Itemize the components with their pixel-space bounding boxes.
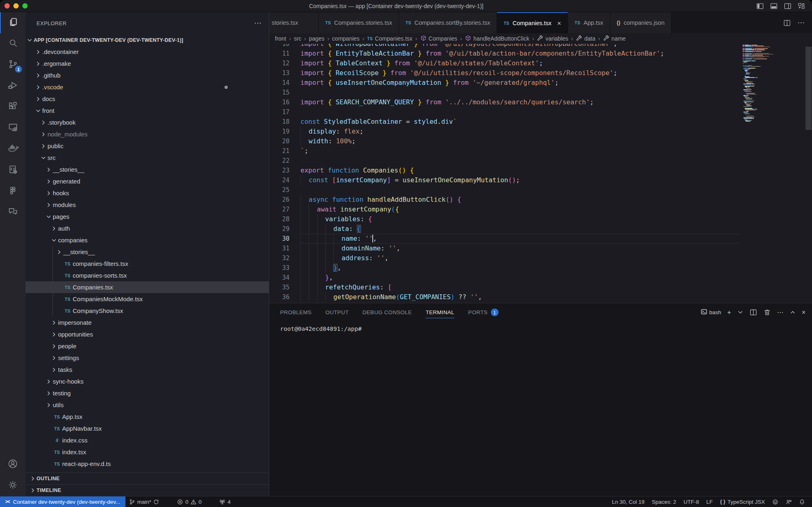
tree-item-opportunities[interactable]: opportunities bbox=[26, 328, 269, 340]
more-actions-icon[interactable]: ⋯ bbox=[254, 19, 261, 27]
tree-item-index-tsx[interactable]: TSindex.tsx bbox=[26, 446, 269, 458]
breadcrumb-item-front[interactable]: front bbox=[275, 35, 286, 42]
activity-item-accounts[interactable] bbox=[0, 454, 26, 475]
tab-app-tsx[interactable]: TSApp.tsx bbox=[568, 12, 610, 33]
tree-item-pages[interactable]: pages bbox=[26, 211, 269, 222]
tree-item-vscode[interactable]: .vscode bbox=[26, 81, 269, 93]
line-number[interactable]: 27 bbox=[269, 205, 300, 214]
tree-item-node-modules[interactable]: node_modules bbox=[26, 128, 269, 140]
tree-item-auth[interactable]: auth bbox=[26, 222, 269, 234]
line-number[interactable]: 32 bbox=[269, 253, 300, 263]
code-line-22[interactable]: 22 bbox=[269, 156, 740, 166]
tree-item-appnavbar-tsx[interactable]: TSAppNavbar.tsx bbox=[26, 423, 269, 434]
tree-item-generated[interactable]: generated bbox=[26, 175, 269, 187]
close-panel-icon[interactable]: × bbox=[802, 309, 806, 316]
tree-item-hooks[interactable]: hooks bbox=[26, 187, 269, 199]
breadcrumb-item-name[interactable]: name bbox=[603, 35, 626, 43]
code-line-23[interactable]: 23export function Companies() { bbox=[269, 166, 740, 175]
tree-item-app-tsx[interactable]: TSApp.tsx bbox=[26, 411, 269, 423]
line-number[interactable]: 23 bbox=[269, 166, 300, 175]
activity-item-docker[interactable] bbox=[0, 139, 26, 160]
breadcrumb-item-companies[interactable]: Companies bbox=[420, 35, 458, 43]
tree-item-tasks[interactable]: tasks bbox=[26, 364, 269, 375]
breadcrumb-item-pages[interactable]: pages bbox=[309, 35, 324, 42]
activity-item-explorer[interactable] bbox=[0, 12, 26, 33]
line-number[interactable]: 34 bbox=[269, 273, 300, 283]
tree-item-companies-sorts-tsx[interactable]: TScompanies-sorts.tsx bbox=[26, 270, 269, 281]
tab-stories-tsx[interactable]: stories.tsx bbox=[269, 12, 319, 33]
line-number[interactable]: 29 bbox=[269, 224, 300, 234]
code-line-36[interactable]: 36 getOperationName(GET_COMPANIES) ?? ''… bbox=[269, 292, 740, 302]
ports-status[interactable]: 4 bbox=[216, 496, 234, 507]
close-icon[interactable]: × bbox=[557, 20, 561, 27]
tree-item-utils[interactable]: utils bbox=[26, 399, 269, 411]
tree-item-ergomake[interactable]: .ergomake bbox=[26, 58, 269, 69]
line-number[interactable]: 28 bbox=[269, 214, 300, 224]
code-editor[interactable]: 10import { WithTopBarContainer } from '@… bbox=[269, 44, 812, 303]
breadcrumb-item-companies[interactable]: companies bbox=[332, 35, 360, 42]
code-line-35[interactable]: 35 refetchQueries: [ bbox=[269, 283, 740, 292]
editor-more-actions-icon[interactable]: ⋯ bbox=[797, 18, 805, 27]
tree-item-react-app-env-d-ts[interactable]: TSreact-app-env.d.ts bbox=[26, 458, 269, 470]
code-line-14[interactable]: 14import { useInsertOneCompanyMutation }… bbox=[269, 78, 740, 88]
line-number[interactable]: 31 bbox=[269, 244, 300, 253]
minimize-window-button[interactable] bbox=[13, 3, 19, 9]
tab-companies-json[interactable]: {}companies.json bbox=[610, 12, 672, 33]
line-number[interactable]: 18 bbox=[269, 117, 300, 127]
tree-item-sync-hooks[interactable]: sync-hooks bbox=[26, 375, 269, 387]
code-line-21[interactable]: 21`; bbox=[269, 146, 740, 156]
remote-person-status[interactable] bbox=[782, 496, 795, 507]
code-line-24[interactable]: 24 const [insertCompany] = useInsertOneC… bbox=[269, 175, 740, 185]
code-line-26[interactable]: 26 async function handleAddButtonClick()… bbox=[269, 195, 740, 205]
close-window-button[interactable] bbox=[4, 3, 10, 9]
tree-item-companies[interactable]: companies bbox=[26, 234, 269, 246]
code-line-30[interactable]: 30 name: '', bbox=[269, 234, 740, 244]
tree-item-companiesmockmode-tsx[interactable]: TSCompaniesMockMode.tsx bbox=[26, 293, 269, 305]
tree-item-testing[interactable]: testing bbox=[26, 387, 269, 399]
zoom-window-button[interactable] bbox=[22, 3, 28, 9]
tab-companies-sortby-stories-tsx[interactable]: TSCompanies.sortBy.stories.tsx bbox=[399, 12, 497, 33]
tree-item-index-css[interactable]: #index.css bbox=[26, 434, 269, 446]
shell-selector[interactable]: bash bbox=[701, 309, 721, 316]
split-editor-icon[interactable] bbox=[783, 19, 791, 27]
toggle-secondary-sidebar-icon[interactable] bbox=[784, 2, 792, 10]
code-line-27[interactable]: 27 await insertCompany({ bbox=[269, 205, 740, 214]
activity-item-figma[interactable] bbox=[0, 181, 26, 202]
tree-section-app[interactable]: APP [CONTAINER DEV-TWENTY-DEV (DEV-TWENT… bbox=[26, 34, 269, 46]
notifications-status[interactable] bbox=[795, 496, 809, 507]
breadcrumb-item-data[interactable]: data bbox=[576, 35, 595, 43]
breadcrumb-item-companies-tsx[interactable]: TSCompanies.tsx bbox=[367, 35, 412, 42]
line-number[interactable]: 14 bbox=[269, 78, 300, 88]
tree-item-companyshow-tsx[interactable]: TSCompanyShow.tsx bbox=[26, 305, 269, 317]
new-terminal-icon[interactable]: + bbox=[727, 309, 731, 316]
split-terminal-icon[interactable] bbox=[749, 309, 757, 316]
code-line-28[interactable]: 28 variables: { bbox=[269, 214, 740, 224]
problems-status[interactable]: 0 0 bbox=[173, 496, 205, 507]
toggle-sidebar-icon[interactable] bbox=[756, 2, 764, 10]
panel-tab-terminal[interactable]: TERMINAL bbox=[425, 303, 454, 321]
line-number[interactable]: 12 bbox=[269, 58, 300, 68]
line-number[interactable]: 15 bbox=[269, 88, 300, 97]
tab-companies-tsx[interactable]: TSCompanies.tsx× bbox=[497, 12, 568, 33]
tree-item-devcontainer[interactable]: .devcontainer bbox=[26, 46, 269, 58]
tab-companies-stories-tsx[interactable]: TSCompanies.stories.tsx bbox=[319, 12, 399, 33]
code-line-18[interactable]: 18const StyledTableContainer = styled.di… bbox=[269, 117, 740, 127]
code-line-12[interactable]: 12import { TableContext } from '@/ui/tab… bbox=[269, 58, 740, 68]
tree-item-impersonate[interactable]: impersonate bbox=[26, 317, 269, 328]
maximize-panel-icon[interactable] bbox=[790, 309, 796, 315]
sidebar-section-outline[interactable]: OUTLINE bbox=[26, 472, 269, 484]
breadcrumb-item-variables[interactable]: variables bbox=[537, 35, 568, 43]
activity-item-manage[interactable] bbox=[0, 475, 26, 496]
line-number[interactable]: 19 bbox=[269, 127, 300, 136]
panel-more-actions-icon[interactable]: ⋯ bbox=[777, 309, 784, 316]
eol-status[interactable]: LF bbox=[703, 496, 717, 507]
customize-layout-icon[interactable] bbox=[797, 2, 806, 10]
tree-item-src[interactable]: src bbox=[26, 152, 269, 164]
panel-tab-debug-console[interactable]: DEBUG CONSOLE bbox=[363, 303, 412, 321]
kill-terminal-icon[interactable] bbox=[763, 309, 771, 316]
line-number[interactable]: 35 bbox=[269, 283, 300, 292]
tree-item-settings[interactable]: settings bbox=[26, 352, 269, 364]
code-line-16[interactable]: 16import { SEARCH_COMPANY_QUERY } from '… bbox=[269, 97, 740, 107]
tree-item-front[interactable]: front bbox=[26, 105, 269, 117]
activity-item-comments[interactable] bbox=[0, 202, 26, 223]
